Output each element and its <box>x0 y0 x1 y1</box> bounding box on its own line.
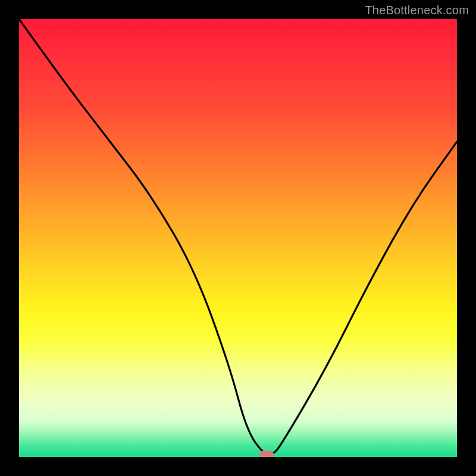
bottleneck-curve-path <box>19 19 457 455</box>
bottleneck-curve <box>19 19 457 457</box>
watermark-text: TheBottleneck.com <box>365 4 469 17</box>
plot-area <box>19 19 457 457</box>
optimum-marker <box>259 451 274 457</box>
chart-frame: TheBottleneck.com <box>0 0 476 476</box>
